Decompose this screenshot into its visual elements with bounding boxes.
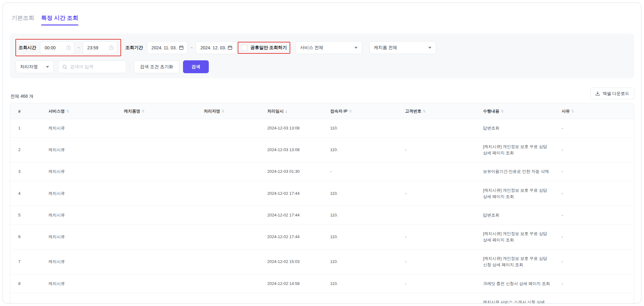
cell-action: 답변조회: [483, 119, 562, 138]
cell-ip: 110.: [330, 181, 405, 206]
divider: [129, 63, 130, 70]
cell-handler: [204, 206, 267, 224]
cell-reason: -: [562, 138, 634, 162]
catchform-select-value: 캐치폼 전체: [374, 45, 397, 51]
cell-customer: -: [405, 249, 483, 274]
tab-specific-time-query[interactable]: 특정 시간 조회: [41, 14, 78, 25]
cell-handler: [204, 138, 267, 162]
calendar-icon[interactable]: [179, 45, 184, 50]
cell-action: [캐치시큐] 개인정보 보호 무료 상담 상세 페이지 조회: [483, 138, 562, 162]
cell-service: 캐치시큐: [48, 181, 124, 206]
column-header[interactable]: 사유⇅: [562, 103, 634, 119]
summary-row: 전체 468 개 엑셀 다운로드: [10, 88, 634, 99]
table-body: 1캐치시큐2024-12-03 13:08110.답변조회-2캐치시큐2024-…: [10, 119, 634, 304]
date-from-value: 2024. 11. 03.: [152, 45, 177, 50]
cell-catchform: [124, 181, 204, 206]
column-header[interactable]: 고객번호⇅: [405, 103, 483, 119]
column-label: 수행내용: [483, 109, 499, 113]
search-placeholder: 검색어 입력: [70, 64, 93, 70]
date-to-value: 2024. 12. 03.: [200, 45, 226, 50]
sort-icon[interactable]: ⇅: [423, 109, 426, 113]
cell-customer: [405, 162, 483, 181]
time-from-value: 00:00: [45, 45, 56, 50]
cell-ip: -: [330, 162, 405, 181]
app-window: 기본조회 특정 시간 조회 조회시간 00:00 ~ 23:59: [3, 3, 641, 303]
date-from-input[interactable]: 2024. 11. 03.: [147, 41, 188, 54]
search-input[interactable]: 검색어 입력: [58, 60, 126, 73]
clock-icon[interactable]: [109, 45, 114, 50]
time-to-input[interactable]: 23:59: [83, 41, 117, 54]
cell-reason: -: [562, 274, 634, 293]
service-select[interactable]: 서비스 전체: [295, 41, 362, 54]
cell-handler: [204, 293, 267, 303]
catchform-select[interactable]: 캐치폼 전체: [369, 41, 436, 54]
log-table: #서비스명⇅캐치폼명⇅처리자명⇅처리일시↓접속자 IP⇅고객번호⇅수행내용⇅사유…: [10, 103, 634, 303]
cell-service: 캐치시큐: [48, 206, 124, 224]
cell-catchform: [124, 274, 204, 293]
cell-ip: 110.: [330, 138, 405, 162]
holiday-checkbox-label[interactable]: 공휴일만 조회하기: [250, 45, 287, 51]
cell-datetime: 2024-12-02 15:03: [267, 249, 330, 274]
download-icon: [595, 91, 600, 96]
clock-icon[interactable]: [66, 45, 71, 50]
holiday-filter-group: 공휴일만 조회하기: [238, 42, 290, 54]
sort-icon[interactable]: ⇅: [501, 109, 504, 113]
cell-datetime: 2024-12-02 14:55: [267, 293, 330, 303]
cell-datetime: 2024-12-02 17:44: [267, 181, 330, 206]
sort-icon[interactable]: ⇅: [142, 109, 145, 113]
cell-num: 3: [10, 162, 48, 181]
date-to-input[interactable]: 2024. 12. 03.: [196, 41, 236, 54]
cell-ip: 110.: [330, 224, 405, 249]
search-icon: [62, 64, 67, 69]
column-header[interactable]: 캐치폼명⇅: [124, 103, 204, 119]
column-header[interactable]: 서비스명⇅: [48, 103, 124, 119]
cell-service: 캐치시큐: [48, 293, 124, 303]
chevron-down-icon: [46, 66, 49, 68]
filter-panel: 조회시간 00:00 ~ 23:59 조회기간 2024. 11. 03.: [10, 34, 634, 78]
cell-num: 2: [10, 138, 48, 162]
reset-filters-button[interactable]: 검색 조건 초기화: [134, 60, 179, 73]
cell-datetime: 2024-12-03 13:08: [267, 119, 330, 138]
table-row: 4캐치시큐2024-12-02 17:44110.-[캐치시큐] 개인정보 보호…: [10, 181, 634, 206]
column-header[interactable]: 접속자 IP⇅: [330, 103, 405, 119]
sort-icon[interactable]: ⇅: [221, 109, 225, 113]
search-field-select[interactable]: 처리자명: [15, 60, 54, 73]
sort-icon[interactable]: ⇅: [66, 109, 69, 113]
time-tilde: ~: [77, 45, 80, 50]
cell-service: 캐치시큐: [48, 274, 124, 293]
sort-desc-icon[interactable]: ↓: [285, 109, 287, 113]
sort-icon[interactable]: ⇅: [571, 109, 574, 113]
time-from-input[interactable]: 00:00: [40, 41, 75, 54]
cell-service: 캐치시큐: [48, 119, 124, 138]
cell-customer: -: [405, 138, 483, 162]
cell-handler: [204, 181, 267, 206]
cell-datetime: 2024-12-02 14:58: [267, 274, 330, 293]
tab-bar: 기본조회 특정 시간 조회: [10, 14, 634, 25]
column-header[interactable]: 처리자명⇅: [204, 103, 267, 119]
cell-catchform: [124, 162, 204, 181]
tab-basic-query[interactable]: 기본조회: [12, 14, 34, 25]
cell-num: 8: [10, 274, 48, 293]
sort-icon[interactable]: ⇅: [349, 109, 352, 113]
table-row: 8캐치시큐2024-12-02 14:58110.-크레딧 충전 신청서 상세 …: [10, 274, 634, 293]
time-to-value: 23:59: [87, 45, 98, 50]
calendar-icon[interactable]: [228, 45, 232, 50]
cell-service: 캐치시큐: [48, 138, 124, 162]
table-row: 2캐치시큐2024-12-03 13:08110.-[캐치시큐] 개인정보 보호…: [10, 138, 634, 162]
excel-download-button[interactable]: 엑셀 다운로드: [590, 88, 634, 99]
cell-num: 4: [10, 181, 48, 206]
table-row: 1캐치시큐2024-12-03 13:08110.답변조회-: [10, 119, 634, 138]
table-header-row: #서비스명⇅캐치폼명⇅처리자명⇅처리일시↓접속자 IP⇅고객번호⇅수행내용⇅사유…: [10, 103, 634, 119]
column-label: 서비스명: [48, 109, 65, 113]
cell-num: 7: [10, 249, 48, 274]
column-header[interactable]: 수행내용⇅: [483, 103, 562, 119]
cell-action: 답변조회: [483, 206, 562, 224]
cell-service: 캐치시큐: [48, 249, 124, 274]
search-button[interactable]: 검색: [183, 60, 209, 73]
cell-action: [캐치시큐] 개인정보 보호 무료 상담 상세 페이지 조회: [483, 224, 562, 249]
holiday-checkbox[interactable]: [241, 45, 247, 51]
cell-reason: -: [562, 119, 634, 138]
column-header[interactable]: 처리일시↓: [267, 103, 330, 119]
cell-action: [캐치시큐] 개인정보 보호 무료 상담 상세 페이지 조회: [483, 181, 562, 206]
cell-action: [캐치시큐] 개인정보 보호 무료 상담 신청 상세 페이지 조회: [483, 249, 562, 274]
